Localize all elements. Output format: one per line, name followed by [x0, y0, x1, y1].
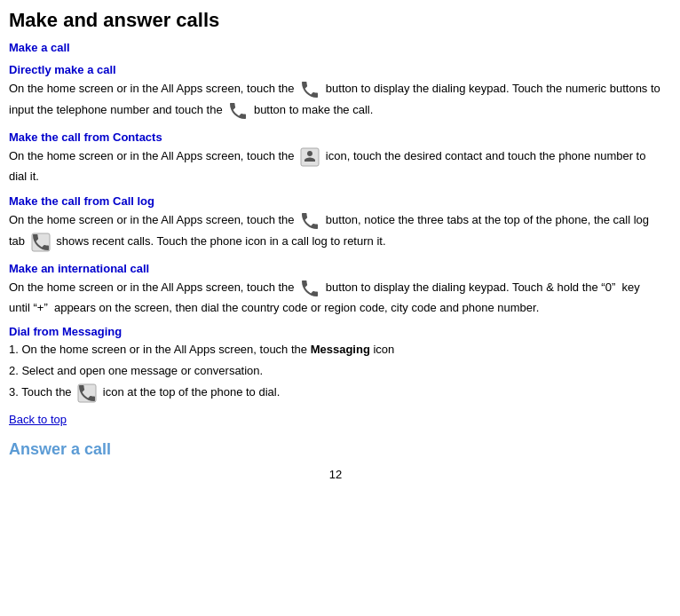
make-from-contacts-heading: Make the call from Contacts — [9, 130, 662, 144]
messaging-bold: Messaging — [311, 343, 370, 356]
phone-call-icon — [227, 100, 249, 122]
dial-messaging-step3: 3. Touch the icon at the top of the phon… — [9, 383, 662, 404]
page-title: Make and answer calls — [9, 9, 662, 32]
directly-make-call-heading: Directly make a call — [9, 63, 662, 76]
phone-messaging-icon — [76, 383, 98, 404]
calllog-tab-icon — [30, 232, 51, 253]
international-call-heading: Make an international call — [9, 262, 662, 275]
phone-calllog-icon — [299, 210, 320, 232]
contacts-icon — [299, 146, 320, 168]
directly-make-call-text: On the home screen or in the All Apps sc… — [9, 79, 662, 122]
make-from-call-log-text: On the home screen or in the All Apps sc… — [9, 210, 662, 253]
make-from-call-log-heading: Make the call from Call log — [9, 194, 662, 208]
dial-messaging-step2: 2. Select and open one message or conver… — [9, 362, 662, 380]
back-to-top-link[interactable]: Back to top — [9, 413, 662, 426]
dial-messaging-step1: 1. On the home screen or in the All Apps… — [9, 341, 662, 359]
phone-intl-icon — [299, 278, 320, 299]
dial-from-messaging-heading: Dial from Messaging — [9, 325, 662, 338]
international-call-text: On the home screen or in the All Apps sc… — [9, 278, 662, 317]
phone-dialpad-icon — [299, 79, 320, 100]
make-a-call-heading: Make a call — [9, 41, 662, 54]
answer-a-call-heading: Answer a call — [9, 440, 662, 459]
make-from-contacts-text: On the home screen or in the All Apps sc… — [9, 146, 662, 186]
page-number: 12 — [9, 468, 662, 481]
